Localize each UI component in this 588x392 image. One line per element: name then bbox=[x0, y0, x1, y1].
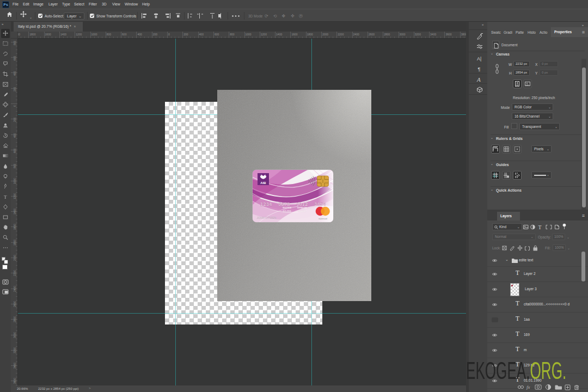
svg-text:3456: 3456 bbox=[314, 201, 326, 207]
svg-text:T: T bbox=[4, 194, 7, 199]
svg-text:AIB: AIB bbox=[260, 181, 266, 185]
svg-text:1234: 1234 bbox=[260, 201, 272, 207]
svg-text:A: A bbox=[476, 76, 481, 83]
svg-text:5678: 5678 bbox=[278, 201, 290, 207]
svg-text:T: T bbox=[538, 224, 542, 230]
svg-text:JOHN CITIZEN: JOHN CITIZEN bbox=[257, 216, 277, 219]
svg-text:¶: ¶ bbox=[478, 66, 481, 72]
svg-text:mastercard: mastercard bbox=[318, 218, 327, 220]
svg-text:EXPIRES END: EXPIRES END bbox=[297, 207, 307, 209]
svg-text:fx: fx bbox=[526, 384, 530, 390]
svg-text:9012: 9012 bbox=[296, 201, 308, 207]
svg-text:A|: A| bbox=[477, 56, 481, 62]
svg-text:01/23: 01/23 bbox=[298, 210, 307, 213]
svg-text:VALID FROM: VALID FROM bbox=[283, 207, 291, 209]
svg-text:01/20: 01/20 bbox=[283, 210, 291, 213]
